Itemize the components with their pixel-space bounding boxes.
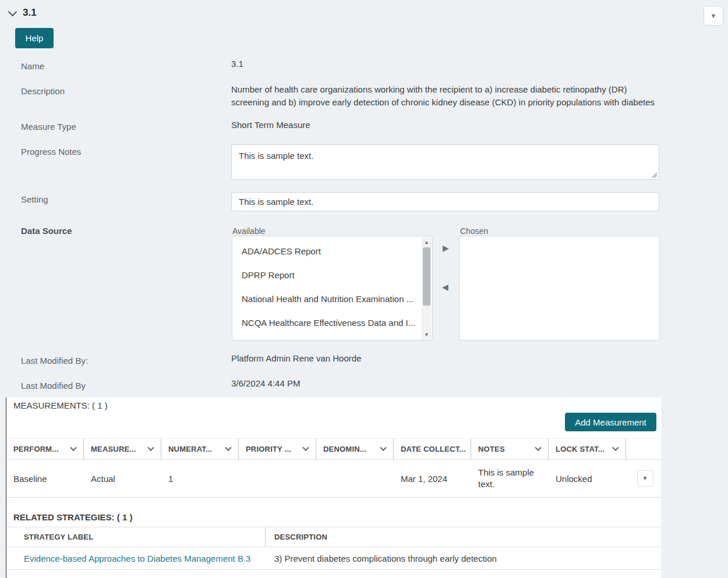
column-header-measure[interactable]: MEASURE... xyxy=(84,439,161,459)
column-header-description: DESCRIPTION xyxy=(266,527,327,547)
date-collected-cell: Mar 1, 2024 xyxy=(394,460,471,497)
progress-notes-textarea[interactable]: This is sample text. xyxy=(231,144,659,180)
column-header-priority[interactable]: PRIORITY ... xyxy=(239,439,316,459)
help-button[interactable]: Help xyxy=(15,28,54,48)
row-actions-dropdown-button[interactable]: ▼ xyxy=(637,470,653,487)
strategy-label-cell: Evidence-based Approaches to Diabetes Ma… xyxy=(6,554,266,563)
page-title: 3.1 xyxy=(23,7,37,19)
measurement-table-row[interactable]: Baseline Actual 1 Mar 1, 2024 This is sa… xyxy=(6,460,663,498)
list-item[interactable]: NCQA Healthcare Effectiveness Data and I… xyxy=(232,311,420,335)
numerator-cell: 1 xyxy=(161,460,239,497)
header-actions-dropdown-button[interactable]: ▼ xyxy=(704,6,723,26)
last-modified-by-name-value: Platform Admin Rene van Hoorde xyxy=(231,353,361,363)
resize-handle-icon[interactable] xyxy=(651,172,658,178)
column-header-numerator[interactable]: NUMERAT... xyxy=(161,439,239,459)
name-value: 3.1 xyxy=(231,59,243,69)
list-item[interactable]: National Health and Nutrition Examinatio… xyxy=(232,287,420,311)
list-item[interactable]: ADA/ADCES Report xyxy=(232,239,420,263)
dropdown-arrow-icon: ▼ xyxy=(642,476,648,481)
column-header-strategy-label: STRATEGY LABEL xyxy=(6,527,266,547)
data-source-label: Data Source xyxy=(21,226,72,236)
column-header-notes[interactable]: NOTES xyxy=(471,439,549,459)
column-menu-chevron-icon[interactable] xyxy=(147,444,154,451)
measurements-table-header: PERFORM... MEASURE... NUMERAT... PRIORIT… xyxy=(6,438,663,460)
move-left-icon[interactable]: ◀ xyxy=(442,283,448,291)
scroll-up-icon[interactable]: ▲ xyxy=(422,237,432,247)
available-listbox[interactable]: ADA/ADCES Report DPRP Report National He… xyxy=(232,236,433,341)
column-menu-chevron-icon[interactable] xyxy=(380,444,386,451)
column-header-lock-status[interactable]: LOCK STAT... xyxy=(549,439,626,459)
dropdown-arrow-icon: ▼ xyxy=(711,13,717,19)
list-item[interactable]: DPRP Report xyxy=(232,263,420,287)
measurements-panel: MEASUREMENTS: ( 1 ) Add Measurement PERF… xyxy=(6,398,662,578)
last-modified-by-name-label: Last Modified By: xyxy=(21,356,88,366)
chosen-listbox[interactable] xyxy=(459,236,660,341)
column-menu-chevron-icon[interactable] xyxy=(302,444,309,451)
scrollbar[interactable]: ▲ ▼ xyxy=(422,237,432,339)
setting-input[interactable] xyxy=(231,192,659,211)
name-label: Name xyxy=(21,61,44,71)
last-modified-by-date-label: Last Modified By xyxy=(21,381,86,391)
measurements-section-title: MEASUREMENTS: ( 1 ) xyxy=(13,400,108,410)
chosen-list-label: Chosen xyxy=(460,226,488,236)
column-header-date-collected[interactable]: DATE COLLECT... xyxy=(394,439,471,459)
move-right-icon[interactable]: ▶ xyxy=(443,244,449,252)
setting-label: Setting xyxy=(21,194,48,204)
measure-detail-page: { "header": { "title": "3.1", "help_labe… xyxy=(0,0,728,578)
collapse-chevron-icon[interactable] xyxy=(8,8,17,17)
related-strategies-section-title: RELATED STRATEGIES: ( 1 ) xyxy=(13,512,132,522)
progress-notes-text: This is sample text. xyxy=(239,151,313,161)
description-value: Number of health care organizations work… xyxy=(231,83,659,109)
last-modified-by-date-value: 3/6/2024 4:44 PM xyxy=(231,378,300,388)
scrollbar-thumb[interactable] xyxy=(423,247,430,306)
strategy-description-cell: 3) Prevent diabetes complications throug… xyxy=(266,554,497,563)
performance-cell: Baseline xyxy=(6,460,84,497)
column-menu-chevron-icon[interactable] xyxy=(612,444,619,451)
lock-status-cell: Unlocked xyxy=(549,460,626,497)
strategy-table-row: Evidence-based Approaches to Diabetes Ma… xyxy=(6,547,663,570)
denominator-cell xyxy=(316,460,394,497)
measure-type-value: Short Term Measure xyxy=(231,120,310,130)
column-header-performance[interactable]: PERFORM... xyxy=(6,439,84,459)
strategies-table-header: STRATEGY LABEL DESCRIPTION xyxy=(6,527,663,547)
column-menu-chevron-icon[interactable] xyxy=(535,444,541,451)
scroll-down-icon[interactable]: ▼ xyxy=(422,329,432,339)
measure-cell: Actual xyxy=(84,460,161,497)
add-measurement-button[interactable]: Add Measurement xyxy=(565,413,656,431)
column-header-denominator[interactable]: DENOMIN... xyxy=(316,439,394,459)
column-header-actions xyxy=(626,439,663,459)
column-menu-chevron-icon[interactable] xyxy=(225,444,231,451)
priority-cell xyxy=(239,460,316,497)
column-menu-chevron-icon[interactable] xyxy=(70,444,76,451)
row-actions-cell: ▼ xyxy=(626,460,663,497)
available-list-items: ADA/ADCES Report DPRP Report National He… xyxy=(232,239,420,335)
progress-notes-label: Progress Notes xyxy=(21,147,81,157)
description-label: Description xyxy=(21,86,65,96)
available-list-label: Available xyxy=(232,226,266,236)
strategy-link[interactable]: Evidence-based Approaches to Diabetes Ma… xyxy=(24,554,250,563)
notes-cell: This is sample text. xyxy=(471,460,549,497)
measure-type-label: Measure Type xyxy=(21,122,76,132)
